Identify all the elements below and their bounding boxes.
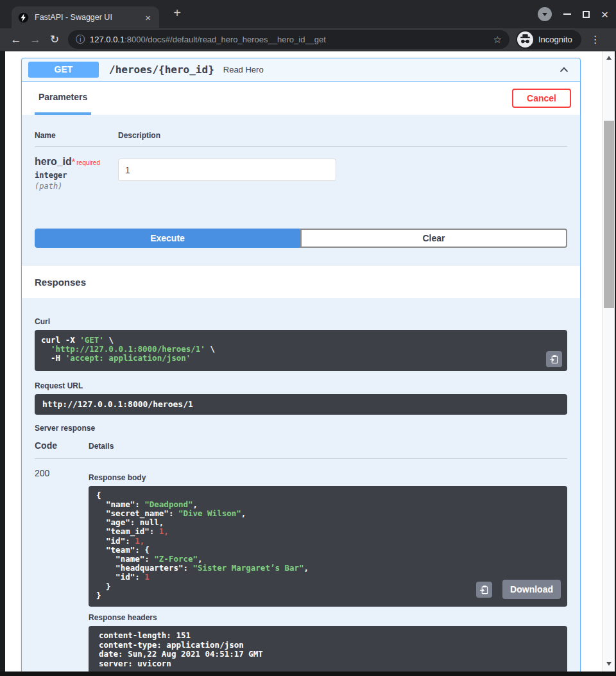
url-host: 127.0.0.1 (90, 35, 124, 44)
clipboard-icon (479, 585, 489, 594)
parameter-location: (path) (35, 182, 118, 191)
triangle-up-icon (606, 56, 612, 60)
request-url-label: Request URL (35, 381, 567, 390)
responses-heading: Responses (35, 277, 86, 288)
details-column-header: Details (89, 440, 114, 451)
opblock-get-heroes: GET /heroes/{hero_id} Read Hero Paramete… (21, 58, 581, 672)
execute-button-group: Execute Clear (35, 229, 567, 248)
server-response-label: Server response (35, 424, 567, 433)
url-text: 127.0.0.1:8000/docs#/default/read_hero_h… (90, 35, 488, 44)
collapse-chevron-up-icon[interactable] (558, 64, 570, 76)
cancel-button[interactable]: Cancel (512, 89, 571, 108)
execute-button[interactable]: Execute (35, 229, 300, 248)
parameter-name-cell: hero_id*required integer (path) (35, 156, 118, 191)
window-frame-left (0, 51, 5, 676)
back-button[interactable]: ← (6, 33, 26, 46)
required-star: * (72, 157, 75, 167)
parameter-type: integer (35, 171, 118, 180)
responses-section-header: Responses (22, 266, 580, 298)
endpoint-summary: Read Hero (223, 65, 264, 74)
maximize-icon (583, 11, 590, 18)
fastapi-favicon-icon (18, 12, 29, 23)
live-response-table-header: Code Details (35, 440, 567, 459)
description-column-header: Description (118, 131, 160, 140)
live-response-row: 200 Response body { "name": "Deadpond", … (35, 468, 567, 672)
name-column-header: Name (35, 131, 118, 140)
hero-id-input[interactable] (118, 159, 336, 181)
scroll-up-button[interactable] (603, 53, 615, 63)
minimize-icon (563, 13, 571, 15)
page-scrollbar[interactable] (602, 51, 615, 672)
request-url-block: http://127.0.0.1:8000/heroes/1 (35, 394, 567, 415)
parameter-row: hero_id*required integer (path) (35, 156, 567, 191)
window-controls: × (538, 0, 608, 28)
reload-button[interactable]: ↻ (45, 33, 64, 46)
browser-menu-icon[interactable]: ⋮ (589, 33, 602, 46)
responses-section: Curl curl -X 'GET' \ 'http://127.0.0.1:8… (22, 298, 580, 672)
parameters-table-header: Name Description (35, 131, 567, 147)
response-headers-block: content-length: 151 content-type: applic… (89, 626, 567, 672)
forward-button[interactable]: → (26, 33, 45, 46)
parameters-section: Name Description hero_id*required intege… (22, 115, 580, 266)
code-column-header: Code (35, 440, 89, 451)
browser-window: FastAPI - Swagger UI × + × ← → ↻ ⓘ 127.0… (0, 0, 616, 676)
tab-strip: FastAPI - Swagger UI × + × (0, 0, 616, 28)
download-button[interactable]: Download (502, 580, 561, 599)
clipboard-icon (549, 354, 559, 364)
http-method-badge: GET (28, 62, 99, 78)
curl-label: Curl (35, 317, 567, 326)
tab-close-icon[interactable]: × (143, 12, 153, 23)
parameter-name: hero_id (35, 156, 72, 167)
incognito-label: Incognito (538, 35, 572, 44)
triangle-down-icon (606, 662, 612, 666)
window-frame-bottom (0, 672, 616, 676)
tab-parameters: Parameters (35, 82, 91, 115)
parameters-tab-bar: Parameters Cancel (22, 82, 580, 115)
swagger-page: GET /heroes/{hero_id} Read Hero Paramete… (5, 51, 602, 672)
window-close-button[interactable]: × (601, 8, 608, 21)
incognito-icon (517, 31, 533, 48)
opblock-header[interactable]: GET /heroes/{hero_id} Read Hero (22, 58, 580, 82)
scrollbar-thumb[interactable] (604, 121, 614, 308)
url-bar[interactable]: ⓘ 127.0.0.1:8000/docs#/default/read_hero… (68, 30, 509, 49)
curl-code-block: curl -X 'GET' \ 'http://127.0.0.1:8000/h… (35, 330, 567, 371)
minimize-button[interactable] (563, 13, 571, 15)
response-body-block: { "name": "Deadpond", "secret_name": "Di… (89, 486, 567, 607)
bookmark-star-icon[interactable]: ☆ (493, 34, 502, 46)
response-body-label: Response body (89, 473, 567, 482)
response-headers-label: Response headers (89, 613, 567, 622)
status-code: 200 (35, 468, 89, 672)
response-details-cell: Response body { "name": "Deadpond", "sec… (89, 468, 567, 672)
clear-button[interactable]: Clear (300, 229, 567, 248)
scroll-down-button[interactable] (603, 659, 615, 669)
required-label: required (76, 159, 100, 166)
response-body-controls: Download (476, 580, 561, 599)
copy-curl-button[interactable] (546, 351, 562, 367)
tab-title: FastAPI - Swagger UI (35, 13, 143, 22)
endpoint-path: /heroes/{hero_id} (109, 64, 214, 76)
incognito-badge: Incognito (516, 30, 581, 49)
maximize-button[interactable] (583, 11, 590, 18)
tab-search-button[interactable] (538, 7, 552, 21)
parameter-description-cell (118, 156, 336, 191)
url-path: :8000/docs#/default/read_hero_heroes__he… (124, 35, 326, 44)
browser-toolbar: ← → ↻ ⓘ 127.0.0.1:8000/docs#/default/rea… (0, 28, 616, 51)
site-info-icon[interactable]: ⓘ (76, 34, 85, 46)
copy-response-button[interactable] (476, 582, 492, 598)
new-tab-button[interactable]: + (169, 6, 185, 21)
browser-tab[interactable]: FastAPI - Swagger UI × (12, 6, 159, 28)
chevron-down-icon (542, 13, 547, 16)
